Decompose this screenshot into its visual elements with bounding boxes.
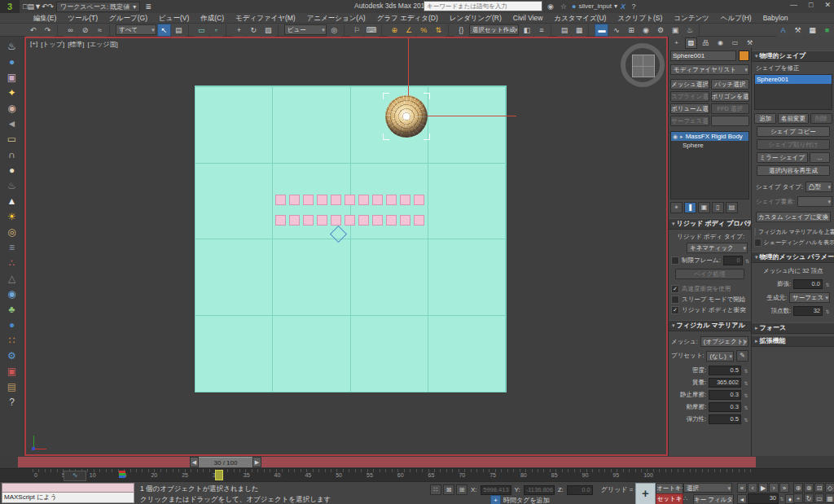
keyboard-override-icon[interactable]: ⌨: [365, 24, 379, 37]
rollout-forces[interactable]: ▸フォース: [752, 322, 834, 334]
layer-manager-icon[interactable]: ▤: [557, 24, 571, 37]
dome-icon[interactable]: ∩: [4, 147, 20, 163]
shapes-list[interactable]: Sphere001: [754, 74, 832, 110]
search-icon[interactable]: ◉: [546, 2, 555, 11]
time-slider-handle[interactable]: ◀ 30 / 100 ▶: [190, 457, 261, 467]
menu-item[interactable]: Babylon: [757, 13, 794, 24]
shape-element-dropdown[interactable]: [797, 196, 832, 207]
add-shape-button[interactable]: 追加: [754, 113, 776, 124]
gray-teapot-icon[interactable]: ♨: [4, 178, 20, 194]
menu-item[interactable]: 作成(C): [195, 13, 230, 24]
animation-keys-marker[interactable]: [119, 471, 125, 478]
rollout-mesh-params[interactable]: ▾物理的メッシュ パラメータ: [752, 252, 834, 263]
menu-item[interactable]: アニメーション(A): [301, 13, 371, 24]
collide-rigid-checkbox[interactable]: ✓: [671, 306, 679, 314]
configure-sets-icon[interactable]: ▤: [726, 202, 738, 213]
next-frame-arrow[interactable]: ▶: [252, 457, 261, 467]
pink-box-object[interactable]: [372, 215, 383, 226]
open-file-icon[interactable]: ▤: [27, 2, 34, 11]
selection-modifier-button[interactable]: メッシュ選択: [670, 79, 709, 90]
select-link-icon[interactable]: ∞: [64, 24, 77, 37]
rigid-body-type-dropdown[interactable]: キネマティック: [687, 243, 748, 253]
view-cube-face[interactable]: [632, 55, 655, 77]
rollout-physical-shapes[interactable]: ▾物理的シェイプ: [752, 50, 834, 62]
snap-toggle-icon[interactable]: ⊕: [388, 24, 402, 37]
paste-shape-button[interactable]: シェイプ貼り付け: [757, 139, 830, 150]
rendered-frame-icon[interactable]: ▣: [668, 24, 682, 37]
tab-utilities[interactable]: ⚒: [744, 37, 756, 49]
set-key-button[interactable]: セットキー: [656, 493, 683, 504]
mesh-dropdown[interactable]: (オブジェクト): [700, 336, 748, 347]
object-name-field[interactable]: Sphere001: [670, 50, 736, 61]
reference-coordinate-dropdown[interactable]: ビュー: [284, 24, 327, 35]
pink-box-object[interactable]: [303, 195, 314, 205]
pink-box-object[interactable]: [400, 215, 410, 226]
pink-box-object[interactable]: [303, 215, 314, 226]
light-icon[interactable]: ✦: [4, 85, 20, 101]
maxscript-mini-listener[interactable]: MAXScript によう: [2, 483, 134, 504]
search-input[interactable]: [424, 1, 542, 11]
green-swatch-icon[interactable]: ■: [820, 24, 834, 37]
show-end-result-icon[interactable]: ❚: [684, 202, 696, 213]
select-manipulate-icon[interactable]: ⚐: [350, 24, 364, 37]
exchange-apps-icon[interactable]: X: [621, 2, 626, 11]
named-selection-sets-dropdown[interactable]: 選択セット作成: [469, 24, 520, 35]
stack-item-sphere[interactable]: Sphere: [671, 141, 748, 150]
y-coordinate-field[interactable]: -1136.806: [524, 485, 555, 495]
named-sets-icon[interactable]: {}: [454, 24, 468, 37]
param-value[interactable]: 0.5: [709, 366, 741, 375]
shaded-hull-checkbox[interactable]: [754, 239, 762, 247]
material-editor-icon[interactable]: ◉: [639, 24, 652, 37]
move-tool-button[interactable]: +: [635, 483, 656, 504]
modifier-list-dropdown[interactable]: モディファイヤリスト: [670, 64, 749, 75]
menu-item[interactable]: ツール(T): [62, 13, 103, 24]
key-selection-dropdown[interactable]: 選択: [683, 483, 732, 493]
macro-recorder-pane[interactable]: [2, 483, 134, 493]
stack-item-massfx[interactable]: ◉ ▸ MassFX Rigid Body: [671, 132, 748, 141]
image-plane-icon[interactable]: ▣: [4, 70, 20, 85]
selection-modifier-button[interactable]: ポリゴンを選択: [711, 91, 750, 102]
regenerate-button[interactable]: 選択内容を再生成: [757, 165, 830, 176]
viewport-shading-label[interactable]: [標準]: [68, 40, 84, 49]
limit-frame-value[interactable]: 0: [723, 256, 743, 265]
vertices-value[interactable]: 32: [793, 306, 823, 316]
bake-button[interactable]: ベイク処理: [675, 269, 744, 279]
z-coordinate-field[interactable]: 0.0: [567, 485, 593, 495]
preset-dropdown[interactable]: (なし): [706, 351, 734, 362]
menu-item[interactable]: グループ(G): [103, 13, 153, 24]
gear-box-icon[interactable]: ⚙: [4, 348, 20, 364]
rollout-physical-material[interactable]: ▾フィジカル マテリアル: [669, 320, 751, 331]
align-icon[interactable]: ≡: [534, 24, 548, 37]
undo-icon[interactable]: ↶: [26, 24, 40, 37]
spinner-snap-icon[interactable]: ⇅: [432, 24, 446, 37]
zoom-region-icon[interactable]: ▭: [814, 493, 824, 503]
schematic-view-icon[interactable]: ⊞: [624, 24, 638, 37]
edit-preset-icon[interactable]: ✎: [736, 350, 748, 362]
key-filters-button[interactable]: キー フィルタ...: [693, 494, 734, 504]
auto-key-button[interactable]: オートキー: [656, 483, 683, 494]
go-end-button[interactable]: »: [779, 483, 789, 493]
menu-item[interactable]: コンテンツ: [668, 13, 715, 24]
pyramid-icon[interactable]: △: [4, 271, 20, 287]
menu-item[interactable]: Civil View: [507, 13, 549, 24]
plane-icon[interactable]: ▭: [4, 132, 20, 147]
source-dropdown[interactable]: サーフェス: [789, 292, 830, 303]
viewport-top[interactable]: [+] [トップ] [標準] [エッジ面]: [24, 37, 668, 456]
ribbon-toggle-icon[interactable]: ▬: [595, 24, 608, 37]
shape-type-dropdown[interactable]: 凸型: [805, 182, 832, 192]
minimize-button[interactable]: —: [790, 1, 797, 9]
pink-box-object[interactable]: [289, 195, 300, 205]
blue-sphere-icon[interactable]: ●: [4, 318, 20, 333]
pink-box-object[interactable]: [386, 215, 397, 226]
tab-hierarchy[interactable]: 品: [700, 37, 712, 49]
menu-item[interactable]: カスタマイズ(U): [548, 13, 612, 24]
leaf-icon[interactable]: ♣: [4, 302, 20, 318]
current-frame-field[interactable]: 30: [748, 493, 779, 504]
close-button[interactable]: ✕: [824, 1, 831, 9]
sleep-mode-checkbox[interactable]: [671, 296, 679, 304]
zoom-icon[interactable]: ⊕: [793, 483, 803, 493]
mirror-shape-button[interactable]: ミラー シェイプ: [757, 152, 808, 163]
window-crossing-icon[interactable]: ▫: [209, 24, 223, 37]
pan-icon[interactable]: +: [793, 493, 803, 503]
zoom-all-icon[interactable]: ⊛: [804, 483, 814, 493]
